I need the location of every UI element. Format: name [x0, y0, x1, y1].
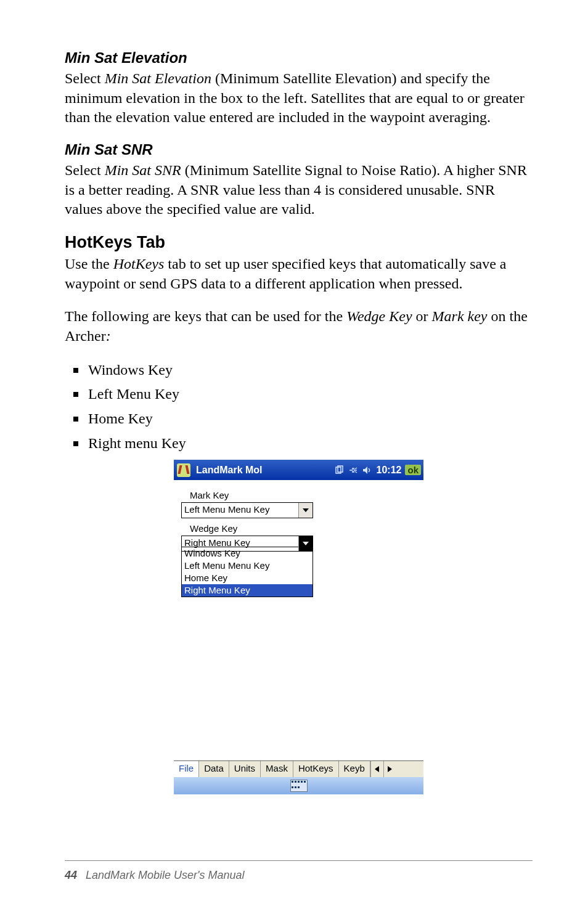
- text-em: HotKeys: [113, 256, 165, 272]
- tab-units[interactable]: Units: [229, 761, 261, 777]
- page-footer: 44LandMark Mobile User's Manual: [65, 869, 245, 882]
- footer-rule: [65, 860, 533, 861]
- paragraph-hotkeys-intro: Use the HotKeys tab to set up user speci…: [65, 255, 533, 293]
- tab-scroll-right[interactable]: [383, 761, 396, 777]
- paragraph-snr: Select Min Sat SNR (Minimum Satellite Si…: [65, 161, 533, 219]
- text: Select: [65, 70, 105, 86]
- text-em: Min Sat Elevation: [105, 70, 211, 86]
- tab-bar: File Data Units Mask HotKeys Keyb: [174, 760, 423, 777]
- dropdown-option-selected[interactable]: Right Menu Key: [182, 584, 312, 597]
- heading-min-sat-elevation: Min Sat Elevation: [65, 49, 533, 67]
- tab-mask[interactable]: Mask: [261, 761, 293, 777]
- tab-file[interactable]: File: [174, 761, 199, 777]
- chevron-down-icon[interactable]: [298, 503, 312, 518]
- list-item: Left Menu Key: [71, 384, 533, 405]
- text: Select: [65, 162, 105, 178]
- colon: :: [106, 328, 111, 344]
- key-list: Windows Key Left Menu Key Home Key Right…: [65, 360, 533, 454]
- mark-key-select[interactable]: Left Menu Menu Key: [181, 502, 313, 518]
- system-tray: 10:12: [335, 465, 402, 476]
- window-titlebar: LandMark Mol 10:12 ok: [174, 460, 423, 480]
- client-area: Mark Key Left Menu Menu Key Wedge Key Ri…: [174, 480, 423, 687]
- text: or: [412, 308, 432, 324]
- window-title: LandMark Mol: [196, 465, 263, 476]
- clock: 10:12: [377, 465, 402, 476]
- page-number: 44: [65, 869, 77, 881]
- keyboard-icon[interactable]: [290, 780, 308, 792]
- heading-min-sat-snr: Min Sat SNR: [65, 141, 533, 158]
- list-item: Right menu Key: [71, 433, 533, 454]
- ok-button[interactable]: ok: [405, 465, 421, 475]
- sip-bar: [174, 777, 423, 794]
- chevron-down-icon[interactable]: [298, 536, 312, 551]
- heading-hotkeys-tab: HotKeys Tab: [65, 233, 533, 252]
- wedge-key-label: Wedge Key: [190, 523, 419, 534]
- wedge-key-dropdown-list[interactable]: Windows Key Left Menu Menu Key Home Key …: [181, 547, 313, 597]
- text: The following are keys that can be used …: [65, 308, 346, 324]
- text-em: Mark key: [432, 308, 488, 324]
- connection-icon: [348, 465, 358, 475]
- list-item: Home Key: [71, 409, 533, 430]
- dropdown-option[interactable]: Home Key: [182, 572, 312, 584]
- select-value: Left Menu Menu Key: [182, 503, 298, 518]
- footer-title: LandMark Mobile User's Manual: [86, 869, 245, 881]
- mark-key-label: Mark Key: [190, 490, 419, 500]
- tab-hotkeys[interactable]: HotKeys: [293, 761, 339, 777]
- paragraph-keys-intro: The following are keys that can be used …: [65, 307, 533, 346]
- text-em: Wedge Key: [346, 308, 412, 324]
- speaker-icon: [362, 465, 373, 475]
- tab-data[interactable]: Data: [199, 761, 229, 777]
- list-item: Windows Key: [71, 360, 533, 381]
- text: Use the: [65, 256, 113, 272]
- text-em: Min Sat SNR: [105, 162, 181, 178]
- app-icon: [174, 460, 194, 480]
- embedded-screenshot: LandMark Mol 10:12 ok Mark Key Left Menu…: [174, 460, 423, 794]
- dropdown-option[interactable]: Left Menu Menu Key: [182, 560, 312, 572]
- tab-keyb[interactable]: Keyb: [339, 761, 370, 777]
- copy-icon: [335, 465, 345, 475]
- tab-scroll-left[interactable]: [370, 761, 383, 777]
- paragraph-elevation: Select Min Sat Elevation (Minimum Satell…: [65, 69, 533, 128]
